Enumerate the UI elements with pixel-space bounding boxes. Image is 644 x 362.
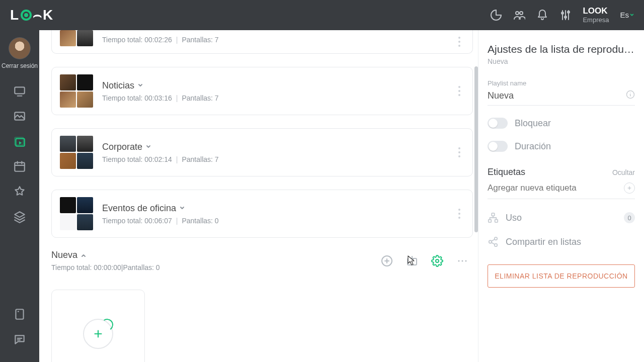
svg-point-1 <box>520 12 523 15</box>
lock-toggle[interactable] <box>488 118 508 129</box>
card-menu-icon[interactable] <box>453 86 465 96</box>
duration-toggle[interactable] <box>488 141 508 152</box>
add-item-card[interactable] <box>51 290 145 362</box>
chevron-down-icon <box>137 82 143 88</box>
svg-point-15 <box>462 260 463 261</box>
panel-subtitle: Nueva <box>488 57 635 65</box>
logout-button[interactable]: Cerrar sesión <box>2 62 38 69</box>
playlist-card[interactable]: Corporate Tiempo total: 00:02:14|Pantall… <box>51 128 473 176</box>
usage-count: 0 <box>624 212 635 223</box>
hide-tags-button[interactable]: Ocultar <box>612 168 635 176</box>
playlist-thumbnails <box>60 136 93 169</box>
expanded-playlist-meta: Tiempo total: 00:00:00|Pantallas: 0 <box>51 263 160 272</box>
delete-playlist-button[interactable]: ELIMINAR LISTA DE REPRODUCCIÓN <box>488 264 635 288</box>
name-field-label: Playlist name <box>488 79 635 87</box>
app-logo[interactable]: L⌢K <box>10 7 54 24</box>
share-row[interactable]: Compartir en listas <box>488 236 635 247</box>
language-label: Es <box>620 11 629 19</box>
avatar[interactable] <box>9 37 31 59</box>
nav-chat-icon[interactable] <box>0 327 39 352</box>
nav-layers-icon[interactable] <box>0 204 39 229</box>
nav-schedule-icon[interactable] <box>0 154 39 179</box>
playlist-settings-panel: Ajustes de la lista de reproducci... Nue… <box>478 30 644 362</box>
svg-rect-9 <box>15 162 25 171</box>
card-menu-icon[interactable] <box>453 37 465 47</box>
chevron-up-icon <box>80 252 87 258</box>
plus-icon <box>83 319 113 349</box>
sliders-icon[interactable] <box>559 9 572 21</box>
users-icon[interactable] <box>513 9 525 21</box>
app-header: L⌢K LOOK Empresa Es <box>0 0 644 30</box>
playlist-name-input[interactable] <box>488 90 620 101</box>
card-menu-icon[interactable] <box>453 209 465 219</box>
expanded-playlist-title[interactable]: Nueva <box>51 250 160 260</box>
nav-screens-icon[interactable] <box>0 78 39 104</box>
usage-icon <box>488 212 499 223</box>
nav-scenes-icon[interactable] <box>0 179 39 204</box>
nav-playlists-icon[interactable] <box>0 129 39 154</box>
import-button[interactable] <box>405 253 420 268</box>
svg-point-16 <box>465 260 467 261</box>
chevron-down-icon <box>179 205 185 211</box>
account-type: Empresa <box>583 16 609 24</box>
share-label: Compartir en listas <box>506 237 581 247</box>
playlist-title: Noticias <box>102 80 464 91</box>
info-icon[interactable] <box>626 90 635 101</box>
playlist-meta: Tiempo total: 00:06:07|Pantallas: 0 <box>102 217 464 225</box>
lock-toggle-label: Bloquear <box>515 118 551 129</box>
playlist-title: Corporate <box>102 142 464 152</box>
stats-icon[interactable] <box>490 9 502 21</box>
svg-point-14 <box>458 260 460 261</box>
language-selector[interactable]: Es <box>620 11 634 19</box>
playlist-card[interactable]: Noticias Tiempo total: 00:03:16|Pantalla… <box>51 67 473 115</box>
playlist-card[interactable]: Tiempo total: 00:02:26|Pantallas: 7 <box>51 30 473 54</box>
scrollbar-track <box>474 36 478 314</box>
tags-section-title: Etiquetas <box>488 167 525 177</box>
chevron-down-icon <box>145 144 151 150</box>
playlist-meta: Tiempo total: 00:02:14|Pantallas: 7 <box>102 155 464 163</box>
duration-toggle-label: Duración <box>515 141 551 152</box>
svg-point-13 <box>436 259 439 262</box>
share-icon <box>488 236 499 247</box>
playlist-meta: Tiempo total: 00:02:26|Pantallas: 7 <box>102 36 464 44</box>
playlist-thumbnails <box>60 197 93 230</box>
scrollbar-thumb[interactable] <box>474 66 478 232</box>
playlist-title: Eventos de oficina <box>102 203 464 214</box>
card-menu-icon[interactable] <box>453 147 465 157</box>
panel-title: Ajustes de la lista de reproducci... <box>488 43 635 55</box>
playlist-meta: Tiempo total: 00:03:16|Pantallas: 7 <box>102 94 464 102</box>
add-content-button[interactable] <box>379 253 394 268</box>
nav-help-icon[interactable] <box>0 302 39 327</box>
usage-row[interactable]: Uso 0 <box>488 212 635 223</box>
svg-point-0 <box>516 12 519 15</box>
expanded-playlist: Nueva Tiempo total: 00:00:00|Pantallas: … <box>51 250 473 362</box>
chevron-down-icon <box>630 13 634 17</box>
main-content: Tiempo total: 00:02:26|Pantallas: 7 Noti… <box>39 30 478 362</box>
account-name: LOOK <box>583 6 609 16</box>
bell-icon[interactable] <box>536 9 548 21</box>
playlist-thumbnails <box>60 74 93 108</box>
account-brand: LOOK Empresa <box>583 6 609 24</box>
svg-rect-5 <box>15 87 25 94</box>
more-button[interactable] <box>455 253 470 268</box>
add-tag-button[interactable] <box>624 183 635 194</box>
playlist-card[interactable]: Eventos de oficina Tiempo total: 00:06:0… <box>51 190 473 238</box>
tag-input[interactable] <box>488 183 620 193</box>
sidebar: Cerrar sesión <box>0 30 39 362</box>
playlist-thumbnails <box>60 30 93 46</box>
svg-rect-10 <box>16 309 23 319</box>
settings-button[interactable] <box>430 253 445 268</box>
nav-media-icon[interactable] <box>0 104 39 129</box>
usage-label: Uso <box>506 213 522 223</box>
